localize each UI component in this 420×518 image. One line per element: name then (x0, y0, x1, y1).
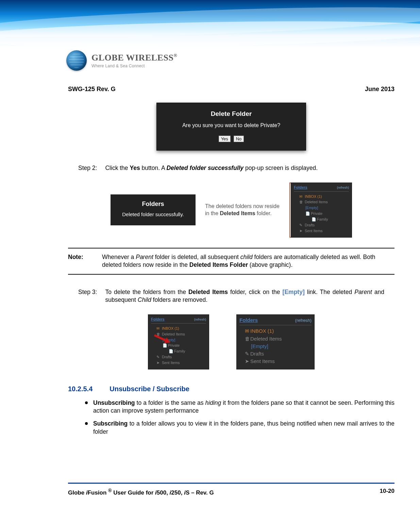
folder-sent[interactable]: ➤Sent Items (239, 358, 312, 365)
step-3-text: To delete the folders from the Deleted I… (105, 288, 384, 304)
doc-header: SWG-125 Rev. G June 2013 (68, 85, 394, 93)
folders-panel-after-empty: Folders (refresh) ✉INBOX (1) 🗑Deleted It… (236, 314, 315, 369)
step-2: Step 2: Click the Yes button. A Deleted … (78, 164, 384, 172)
bullet-unsubscribe: Unsubscribing to a folder is the same as… (85, 399, 394, 415)
folder-sent[interactable]: ➤Sent Items (294, 228, 349, 234)
success-popup: Folders Deleted folder successfully. (111, 194, 196, 225)
page-number: 10-20 (380, 488, 394, 496)
step-3-label: Step 3: (78, 288, 97, 304)
bullet-subscribe: Subscribing to a folder allows you to vi… (85, 420, 394, 436)
brand-logo: GLOBE WIRELESS® Where Land & Sea Connect (66, 50, 177, 71)
yes-button[interactable]: Yes (219, 136, 231, 142)
empty-link[interactable]: [Empty] (239, 343, 312, 350)
brand-tagline: Where Land & Sea Connect (91, 64, 177, 68)
note-label: Note: (68, 253, 92, 269)
section-heading: 10.2.5.4 Unsubscribe / Subscribe (68, 384, 394, 394)
no-button[interactable]: No (234, 136, 244, 142)
success-popup-msg: Deleted folder successfully. (119, 211, 187, 218)
folder-drafts[interactable]: ✎Drafts (151, 354, 206, 360)
step-2-label: Step 2: (78, 164, 97, 172)
folder-drafts[interactable]: ✎Drafts (239, 350, 312, 358)
folder-private[interactable]: 📄Private (294, 211, 349, 217)
figure-row-2: Folders (refresh) ✉INBOX (1) 🗑Deleted It… (68, 314, 394, 369)
dialog-message: Are you sure you want to delete Private? (167, 122, 295, 129)
bullet-list: Unsubscribing to a folder is the same as… (85, 399, 394, 436)
page-footer: Globe iFusion ® User Guide for i500, i25… (68, 483, 394, 496)
folder-inbox[interactable]: ✉INBOX (1) (151, 326, 206, 331)
folder-inbox[interactable]: ✉INBOX (1) (239, 327, 312, 335)
folder-family[interactable]: 📄Family (151, 348, 206, 354)
header-banner (0, 0, 420, 48)
note-body: Whenever a Parent folder is deleted, all… (102, 253, 394, 269)
section-number: 10.2.5.4 (68, 384, 93, 394)
figure-row-1: Folders Deleted folder successfully. The… (68, 183, 394, 238)
callout-text: The deleted folders now reside in the De… (205, 203, 280, 217)
folder-inbox[interactable]: ✉INBOX (1) (294, 194, 349, 200)
step-2-text: Click the Yes button. A Deleted folder s… (105, 164, 384, 172)
folder-deleted-items[interactable]: 🗑Deleted Items (294, 199, 349, 205)
folder-drafts[interactable]: ✎Drafts (294, 222, 349, 228)
folder-sent[interactable]: ➤Sent Items (151, 360, 206, 366)
folders-panel-before-empty: Folders (refresh) ✉INBOX (1) 🗑Deleted It… (148, 314, 209, 369)
brand-name: GLOBE WIRELESS® (91, 53, 177, 63)
doc-id: SWG-125 Rev. G (68, 85, 116, 93)
empty-link[interactable]: [Empty] (294, 205, 349, 211)
delete-folder-dialog: Delete Folder Are you sure you want to d… (156, 103, 306, 151)
folders-title: Folders (294, 185, 307, 190)
folder-deleted-items[interactable]: 🗑Deleted Items (239, 335, 312, 343)
globe-icon (66, 50, 87, 71)
dialog-title: Delete Folder (167, 109, 295, 118)
section-title: Unsubscribe / Subscribe (110, 384, 189, 394)
folders-panel-after-delete: Folders (refresh) ✉INBOX (1) 🗑Deleted It… (291, 183, 352, 238)
refresh-link[interactable]: (refresh) (337, 186, 349, 190)
step-3: Step 3: To delete the folders from the D… (78, 288, 384, 304)
note-block: Note: Whenever a Parent folder is delete… (68, 248, 394, 275)
folder-family[interactable]: 📄Family (294, 217, 349, 222)
folder-private[interactable]: 📄Private (151, 343, 206, 348)
footer-left: Globe iFusion ® User Guide for i500, i25… (68, 488, 214, 496)
success-popup-title: Folders (119, 200, 187, 208)
doc-date: June 2013 (365, 85, 394, 93)
